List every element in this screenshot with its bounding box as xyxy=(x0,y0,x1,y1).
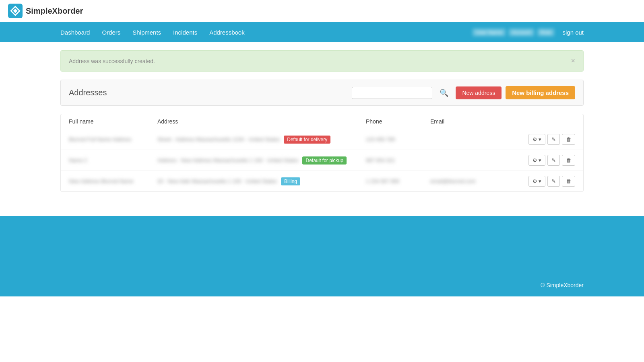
row2-settings-button[interactable]: ⚙ ▾ xyxy=(528,155,545,166)
header: SimpleXborder xyxy=(0,0,644,22)
row3-badge: Billing xyxy=(281,177,300,185)
nav-shipments[interactable]: Shipments xyxy=(132,29,161,36)
addresses-table: Full name Address Phone Email Blurred Fu… xyxy=(60,114,584,192)
row2-phone: 987 654 321 xyxy=(366,157,430,163)
row2-name: Name 2 xyxy=(69,157,157,163)
trash-icon: 🗑 xyxy=(566,136,571,142)
table-row: Name 2 Address · New Address Massachuset… xyxy=(61,150,583,171)
row1-actions: ⚙ ▾ ✎ 🗑 xyxy=(519,134,575,145)
row3-address: 20 · New Addr Massachusetts 1 100 · Unit… xyxy=(157,177,366,185)
row3-phone: 1 234 567 890 xyxy=(366,178,430,184)
logo: SimpleXborder xyxy=(8,4,83,18)
footer-copyright: © SimpleXborder xyxy=(541,282,584,288)
dropdown-arrow-icon: ▾ xyxy=(539,136,541,142)
dropdown-arrow-icon: ▾ xyxy=(539,178,541,184)
dropdown-arrow-icon: ▾ xyxy=(539,157,541,163)
table-row: New Address Blurred Name 20 · New Addr M… xyxy=(61,171,583,191)
gear-icon: ⚙ xyxy=(533,178,537,184)
new-address-button[interactable]: New address xyxy=(456,86,502,99)
col-actions xyxy=(519,118,575,125)
main-content: Address was successfully created. × Addr… xyxy=(60,42,584,200)
row2-address: Address · New Address Massachusetts 1 10… xyxy=(157,156,366,165)
nav-right: User Name Account Role sign out xyxy=(473,29,584,36)
logo-icon xyxy=(8,4,23,18)
col-phone: Phone xyxy=(366,118,430,125)
nav-orders[interactable]: Orders xyxy=(102,29,120,36)
col-address: Address xyxy=(157,118,366,125)
sign-out-link[interactable]: sign out xyxy=(562,29,584,36)
col-fullname: Full name xyxy=(69,118,157,125)
trash-icon: 🗑 xyxy=(566,157,571,163)
pencil-icon: ✎ xyxy=(551,178,556,184)
row1-phone: 123 456 789 xyxy=(366,136,430,142)
row1-settings-button[interactable]: ⚙ ▾ xyxy=(528,134,545,145)
user-badge-3: Role xyxy=(537,29,555,36)
row3-email: email@blurred.com xyxy=(430,178,519,184)
row3-delete-button[interactable]: 🗑 xyxy=(562,176,575,187)
row3-name: New Address Blurred Name xyxy=(69,178,157,184)
row1-delete-button[interactable]: 🗑 xyxy=(562,134,575,145)
search-input[interactable] xyxy=(352,87,432,99)
nav-dashboard[interactable]: Dashboard xyxy=(60,29,90,36)
row3-settings-button[interactable]: ⚙ ▾ xyxy=(528,176,545,187)
pencil-icon: ✎ xyxy=(551,157,556,163)
row2-edit-button[interactable]: ✎ xyxy=(547,155,560,166)
row2-badge: Default for pickup xyxy=(302,156,346,165)
user-badge-1: User Name xyxy=(473,29,506,36)
user-info: User Name Account Role xyxy=(473,29,554,36)
logo-text: SimpleXborder xyxy=(26,6,83,16)
footer: © SimpleXborder xyxy=(0,216,644,296)
navbar: Dashboard Orders Shipments Incidents Add… xyxy=(0,22,644,42)
addresses-actions: 🔍 New address New billing address xyxy=(352,86,575,99)
gear-icon: ⚙ xyxy=(533,136,537,142)
row1-name: Blurred Full Name Address xyxy=(69,136,157,142)
search-button[interactable]: 🔍 xyxy=(436,87,452,99)
addresses-title: Addresses xyxy=(69,88,107,97)
success-alert: Address was successfully created. × xyxy=(60,50,584,72)
row1-address: Street · Address Massachusetts 1234 · Un… xyxy=(157,136,366,144)
row3-actions: ⚙ ▾ ✎ 🗑 xyxy=(519,176,575,187)
row1-badge: Default for delivery xyxy=(284,136,330,144)
alert-close-button[interactable]: × xyxy=(571,57,575,65)
table-header: Full name Address Phone Email xyxy=(61,114,583,129)
row1-edit-button[interactable]: ✎ xyxy=(547,134,560,145)
pencil-icon: ✎ xyxy=(551,136,556,142)
trash-icon: 🗑 xyxy=(566,178,571,184)
row2-actions: ⚙ ▾ ✎ 🗑 xyxy=(519,155,575,166)
nav-incidents[interactable]: Incidents xyxy=(173,29,197,36)
gear-icon: ⚙ xyxy=(533,157,537,163)
new-billing-address-button[interactable]: New billing address xyxy=(506,86,575,99)
addresses-header: Addresses 🔍 New address New billing addr… xyxy=(60,80,584,106)
nav-links: Dashboard Orders Shipments Incidents Add… xyxy=(60,29,245,36)
alert-message: Address was successfully created. xyxy=(69,58,155,64)
table-row: Blurred Full Name Address Street · Addre… xyxy=(61,129,583,150)
nav-addressbook[interactable]: Addressbook xyxy=(209,29,245,36)
row2-delete-button[interactable]: 🗑 xyxy=(562,155,575,166)
row3-edit-button[interactable]: ✎ xyxy=(547,176,560,187)
col-email: Email xyxy=(430,118,519,125)
user-badge-2: Account xyxy=(509,29,534,36)
